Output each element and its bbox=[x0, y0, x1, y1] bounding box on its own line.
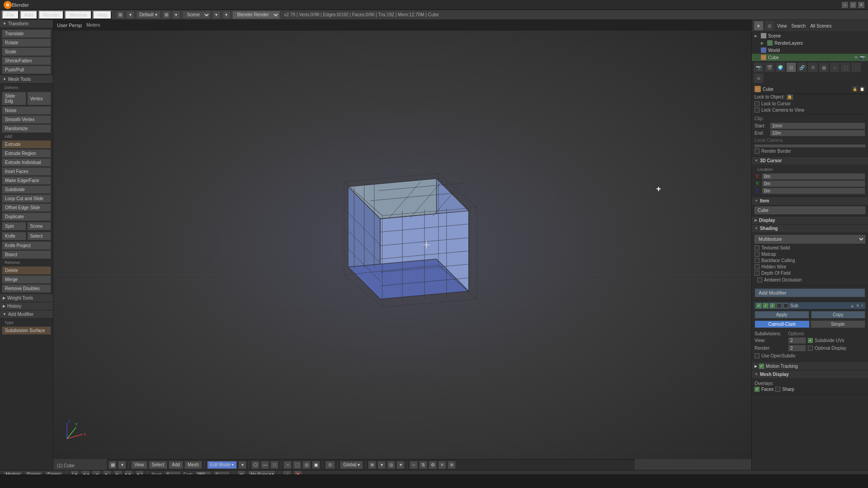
delete-btn[interactable]: Delete bbox=[2, 266, 51, 275]
translate-btn[interactable]: Translate bbox=[2, 29, 51, 38]
ambient-occlusion-cb[interactable] bbox=[757, 277, 762, 282]
add-menu-btn[interactable]: Add bbox=[169, 461, 183, 469]
extrude-individual-btn[interactable]: Extrude Individual bbox=[2, 158, 51, 167]
offset-edge-btn[interactable]: Offset Edge Slide bbox=[2, 203, 51, 212]
snap-type-btn[interactable]: ▾ bbox=[377, 461, 386, 469]
weight-tools-header[interactable]: ▶ Weight Tools bbox=[0, 294, 53, 302]
cube-item[interactable]: □ Cube 👁 📷 bbox=[752, 54, 868, 61]
menu-add[interactable]: Add bbox=[20, 10, 38, 19]
world-item[interactable]: World bbox=[752, 47, 868, 54]
mesh-menu-btn[interactable]: Mesh bbox=[184, 461, 202, 469]
extrude-btn[interactable]: Extrude bbox=[2, 140, 51, 149]
inset-faces-btn[interactable]: Inset Faces bbox=[2, 167, 51, 176]
render-props-icon[interactable]: 📷 bbox=[754, 62, 764, 72]
menu-render[interactable]: Render bbox=[38, 10, 64, 19]
modifier-cage-cb[interactable] bbox=[777, 303, 782, 308]
motion-tracking-cb[interactable] bbox=[759, 364, 764, 369]
scene-btn2[interactable]: ▾ bbox=[212, 11, 221, 19]
view-type-btn[interactable]: ▦ bbox=[108, 461, 117, 469]
faces-cb[interactable] bbox=[755, 387, 760, 392]
apply-btn[interactable]: Apply bbox=[755, 311, 809, 319]
outliner-icon1[interactable]: ≡ bbox=[754, 21, 764, 31]
depth-of-field-cb[interactable] bbox=[755, 271, 760, 276]
pivot-btn[interactable]: ⊙ bbox=[325, 461, 335, 469]
edit-mode-icon[interactable]: ▾ bbox=[238, 461, 246, 469]
outliner-icon2[interactable]: ⊞ bbox=[764, 21, 774, 31]
z-input[interactable] bbox=[762, 188, 865, 194]
mirror-btn[interactable]: ⇅ bbox=[419, 461, 427, 469]
menu-help[interactable]: Help bbox=[93, 10, 112, 19]
shading-header[interactable]: ▼ Shading bbox=[752, 225, 868, 232]
add-modifier-header[interactable]: ▼ Add Modifier bbox=[0, 310, 53, 319]
menu-file[interactable]: File bbox=[2, 10, 19, 19]
clip-start-input[interactable] bbox=[770, 122, 865, 129]
y-input[interactable] bbox=[762, 180, 865, 187]
cube-icon-btn1[interactable]: 🔒 bbox=[852, 86, 858, 92]
render-engine-dropdown[interactable]: Blender Render bbox=[232, 11, 280, 19]
subdivide-btn[interactable]: Subdivide bbox=[2, 185, 51, 194]
uv-sync-btn[interactable]: ↔ bbox=[410, 461, 418, 469]
rotate-btn[interactable]: Rotate bbox=[2, 38, 51, 47]
shading-texture-btn[interactable]: ◼ bbox=[312, 461, 320, 469]
backface-culling-cb[interactable] bbox=[755, 258, 760, 263]
mod-move-down[interactable]: ▼ bbox=[855, 303, 860, 308]
modifier-props-icon[interactable]: ⚙ bbox=[808, 62, 818, 72]
mesh-display-btn[interactable]: ≡ bbox=[438, 461, 446, 469]
hidden-wire-cb[interactable] bbox=[755, 264, 760, 269]
scene-props-icon[interactable]: 🎬 bbox=[764, 62, 774, 72]
make-edge-face-btn[interactable]: Make Edge/Face bbox=[2, 176, 51, 185]
matcap-cb[interactable] bbox=[755, 252, 760, 257]
opensubdiv-cb[interactable] bbox=[755, 353, 760, 358]
lock-object-btn[interactable]: 🔒 bbox=[787, 94, 793, 100]
render-layers-item[interactable]: ▶ RenderLayers bbox=[752, 39, 868, 47]
options-btn[interactable]: ⚙ bbox=[429, 461, 437, 469]
spin-btn[interactable]: Spin bbox=[2, 222, 26, 230]
layout-icon2[interactable]: ▾ bbox=[172, 11, 180, 19]
render-value-input[interactable] bbox=[788, 345, 806, 352]
texture-props-icon[interactable]: ⬚ bbox=[840, 62, 850, 72]
copy-btn[interactable]: Copy bbox=[811, 311, 866, 319]
modifier-render-cb[interactable] bbox=[763, 303, 768, 308]
object-props-icon[interactable]: □ bbox=[786, 62, 796, 72]
history-header[interactable]: ▶ History bbox=[0, 302, 53, 310]
merge-btn[interactable]: Merge bbox=[2, 275, 51, 284]
subdivision-surface-btn[interactable]: Subdivision Surface bbox=[2, 326, 51, 335]
shading-mode-dropdown[interactable]: Multitexture GLSL Solid bbox=[755, 235, 865, 244]
display-header[interactable]: ▶ Display bbox=[752, 216, 868, 224]
cube-icon-btn2[interactable]: 📋 bbox=[859, 86, 865, 92]
constraint-props-icon[interactable]: 🔗 bbox=[797, 62, 807, 72]
motion-tracking-header[interactable]: ▶ Motion Tracking bbox=[752, 362, 868, 370]
layout-icon[interactable]: ⊞ bbox=[162, 11, 170, 19]
screw-btn[interactable]: Screw bbox=[27, 222, 52, 230]
noise-btn[interactable]: Noise bbox=[2, 106, 51, 115]
vp-icon3[interactable]: ▾ bbox=[222, 11, 231, 19]
vertex-select-btn[interactable]: ⬡ bbox=[251, 461, 259, 469]
modifier-final-cb[interactable] bbox=[783, 303, 788, 308]
global-btn[interactable]: Global ▾ bbox=[340, 461, 363, 469]
face-select-btn[interactable]: □ bbox=[270, 461, 278, 469]
maximize-button[interactable]: □ bbox=[850, 2, 856, 8]
view-menu-btn[interactable]: View bbox=[131, 461, 147, 469]
view-type-btn2[interactable]: ▾ bbox=[118, 461, 126, 469]
close-button[interactable]: × bbox=[858, 2, 864, 8]
scene-icon-btn[interactable]: ▾ bbox=[126, 11, 134, 19]
view-icon-btn[interactable]: ⊞ bbox=[116, 11, 124, 19]
scene-dropdown[interactable]: Scene bbox=[182, 11, 211, 19]
shading-wire-btn[interactable]: ⬚ bbox=[293, 461, 301, 469]
viewport[interactable]: User Persp Meters bbox=[53, 20, 751, 470]
mod-move-up[interactable]: ▲ bbox=[850, 303, 854, 308]
slide-edge-btn[interactable]: Slide Edg bbox=[2, 92, 26, 105]
simple-btn[interactable]: Simple bbox=[811, 320, 866, 328]
lock-cursor-cb[interactable] bbox=[755, 101, 760, 106]
layout-selector[interactable]: Default ▾ bbox=[136, 11, 160, 19]
subdivide-uvs-cb[interactable] bbox=[808, 338, 813, 343]
item-name-input[interactable] bbox=[755, 206, 865, 214]
xray-btn[interactable]: ◎ bbox=[302, 461, 311, 469]
lock-camera-cb[interactable] bbox=[755, 108, 760, 113]
modifier-edit-cb[interactable] bbox=[770, 303, 775, 308]
pushpull-btn[interactable]: Push/Pull bbox=[2, 66, 51, 74]
catmull-clark-btn[interactable]: Catmull-Clark bbox=[755, 320, 810, 328]
cursor-3d-header[interactable]: ▼ 3D Cursor bbox=[752, 157, 868, 164]
randomize-btn[interactable]: Randomize bbox=[2, 124, 51, 133]
scene-item[interactable]: ▶ Scene bbox=[752, 32, 868, 39]
